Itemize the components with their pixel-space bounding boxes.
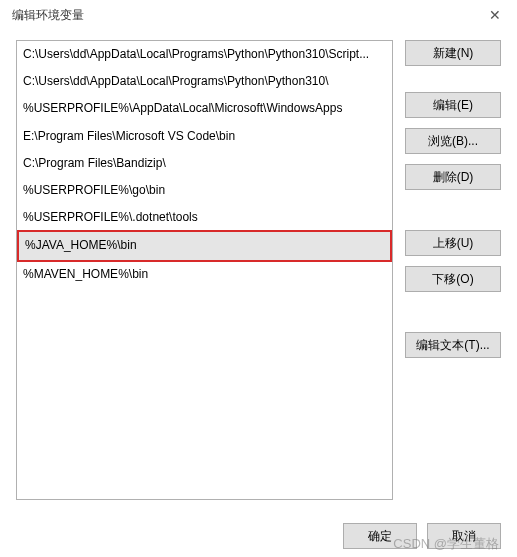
ok-button[interactable]: 确定 [343, 523, 417, 549]
list-item[interactable]: %USERPROFILE%\go\bin [17, 177, 392, 204]
title-bar: 编辑环境变量 ✕ [0, 0, 517, 30]
list-item[interactable]: C:\Program Files\Bandizip\ [17, 150, 392, 177]
list-item[interactable]: %JAVA_HOME%\bin [17, 230, 392, 261]
edit-text-button[interactable]: 编辑文本(T)... [405, 332, 501, 358]
window-title: 编辑环境变量 [12, 7, 84, 24]
close-icon[interactable]: ✕ [485, 5, 505, 25]
browse-button[interactable]: 浏览(B)... [405, 128, 501, 154]
list-item[interactable]: E:\Program Files\Microsoft VS Code\bin [17, 123, 392, 150]
content-area: C:\Users\dd\AppData\Local\Programs\Pytho… [0, 30, 517, 500]
dialog-footer: 确定 取消 [343, 523, 501, 549]
delete-button[interactable]: 删除(D) [405, 164, 501, 190]
list-item[interactable]: %USERPROFILE%\.dotnet\tools [17, 204, 392, 231]
new-button[interactable]: 新建(N) [405, 40, 501, 66]
list-item[interactable]: %MAVEN_HOME%\bin [17, 261, 392, 288]
move-up-button[interactable]: 上移(U) [405, 230, 501, 256]
button-column: 新建(N) 编辑(E) 浏览(B)... 删除(D) 上移(U) 下移(O) 编… [405, 40, 501, 500]
edit-button[interactable]: 编辑(E) [405, 92, 501, 118]
list-item[interactable]: %USERPROFILE%\AppData\Local\Microsoft\Wi… [17, 95, 392, 122]
path-list[interactable]: C:\Users\dd\AppData\Local\Programs\Pytho… [16, 40, 393, 500]
list-item[interactable]: C:\Users\dd\AppData\Local\Programs\Pytho… [17, 68, 392, 95]
cancel-button[interactable]: 取消 [427, 523, 501, 549]
move-down-button[interactable]: 下移(O) [405, 266, 501, 292]
list-item[interactable]: C:\Users\dd\AppData\Local\Programs\Pytho… [17, 41, 392, 68]
